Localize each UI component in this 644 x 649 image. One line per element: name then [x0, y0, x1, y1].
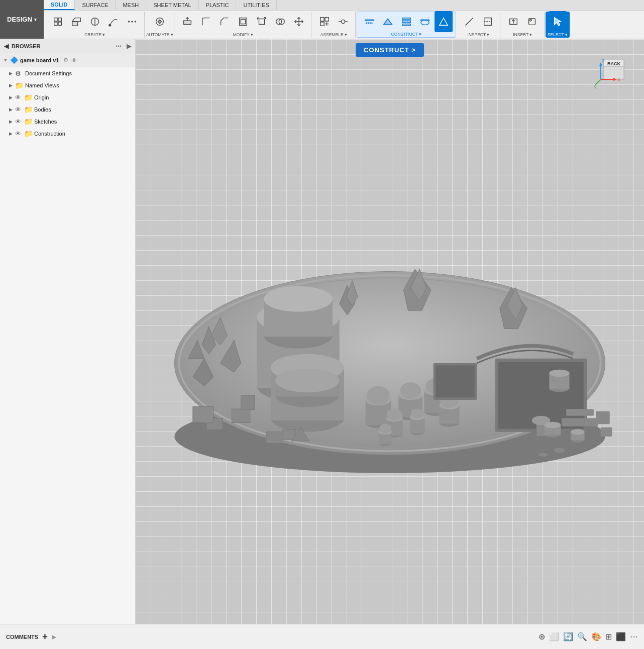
- automate-label: AUTOMATE ▾: [146, 32, 174, 37]
- assemble-label: ASSEMBLE ▾: [312, 32, 355, 37]
- more-create-button[interactable]: [123, 11, 141, 32]
- new-component-button[interactable]: [49, 11, 67, 32]
- press-pull-button[interactable]: [178, 11, 196, 32]
- extrude-button[interactable]: [67, 11, 85, 32]
- eye-icon[interactable]: 👁: [15, 106, 23, 113]
- svg-rect-122: [193, 407, 213, 423]
- browser-expand[interactable]: ▶: [127, 43, 131, 50]
- svg-point-44: [529, 19, 531, 21]
- svg-point-86: [367, 386, 390, 404]
- browser-item-origin[interactable]: ▶ 👁 📁 Origin: [0, 91, 135, 103]
- svg-point-132: [544, 422, 561, 428]
- svg-rect-2: [54, 22, 57, 25]
- grid-icon[interactable]: ⊞: [605, 632, 612, 641]
- browser-item-label: Construction: [34, 131, 133, 137]
- browser-item-named-views[interactable]: ▶ 📁 Named Views: [0, 79, 135, 91]
- browser-options[interactable]: ⋯: [116, 43, 122, 50]
- tab-sheet-metal[interactable]: SHEET METAL: [146, 0, 198, 10]
- arrow-icon: ▶: [9, 71, 14, 76]
- tab-plastic[interactable]: PLASTIC: [199, 0, 237, 10]
- svg-rect-16: [259, 19, 264, 25]
- tab-surface[interactable]: SURFACE: [75, 0, 116, 10]
- browser-item-construction[interactable]: ▶ 👁 📁 Construction: [0, 128, 135, 140]
- chamfer-button[interactable]: [216, 11, 234, 32]
- svg-rect-30: [402, 18, 411, 20]
- assemble-new-button[interactable]: [315, 11, 334, 32]
- decal-button[interactable]: [523, 11, 541, 32]
- offset-plane-button[interactable]: [360, 11, 378, 32]
- tab-mesh[interactable]: MESH: [116, 0, 146, 10]
- measure-button[interactable]: [460, 11, 478, 32]
- tab-row: SOLID SURFACE MESH SHEET METAL PLASTIC U…: [44, 0, 644, 11]
- orbit-icon[interactable]: 🔄: [563, 632, 573, 641]
- browser-item-label: Sketches: [34, 119, 133, 125]
- browser-item-sketches[interactable]: ▶ 👁 📁 Sketches: [0, 116, 135, 128]
- fillet-button[interactable]: [197, 11, 215, 32]
- construct-active-button[interactable]: [435, 11, 453, 32]
- svg-rect-21: [320, 22, 324, 26]
- shell-button[interactable]: [234, 11, 252, 32]
- design-button[interactable]: DESIGN ▾: [0, 0, 44, 39]
- svg-rect-3: [58, 22, 61, 25]
- svg-rect-28: [366, 23, 372, 24]
- create-group: CREATE ▾: [46, 12, 145, 38]
- svg-rect-20: [325, 18, 329, 21]
- tool-row: CREATE ▾ AUTOMATE ▾: [44, 11, 644, 39]
- toolbar: DESIGN ▾ SOLID SURFACE MESH SHEET METAL …: [0, 0, 644, 39]
- svg-marker-5: [72, 18, 81, 22]
- section-analysis-button[interactable]: [479, 11, 497, 32]
- revolve-button[interactable]: [86, 11, 104, 32]
- select-button[interactable]: [549, 11, 567, 32]
- tab-solid[interactable]: SOLID: [44, 0, 75, 10]
- insert-canvas-button[interactable]: [504, 11, 522, 32]
- browser-item-document-settings[interactable]: ▶ ⚙ Document Settings: [0, 67, 135, 79]
- modify-label: MODIFY ▾: [175, 32, 311, 37]
- joint-button[interactable]: [334, 11, 352, 32]
- combine-button[interactable]: [271, 11, 289, 32]
- browser-panel: ◀ BROWSER ⋯ ▶ ▼ 🔷 game board v1 ⚙ 👁 ▶ ⚙ …: [0, 39, 136, 624]
- viewport[interactable]: BACK Z X Y: [136, 39, 644, 624]
- doc-collapse-icon[interactable]: ▼: [3, 57, 8, 63]
- doc-settings-icon[interactable]: ⚙: [63, 57, 68, 63]
- automate-button[interactable]: [149, 11, 171, 32]
- view-cube-icon[interactable]: ⬛: [616, 632, 626, 641]
- design-label: DESIGN: [7, 16, 32, 23]
- zoom-icon[interactable]: 🔍: [577, 632, 587, 641]
- svg-rect-126: [562, 418, 598, 426]
- svg-point-9: [128, 21, 130, 23]
- construct-group: CONSTRUCT ▾: [357, 12, 456, 38]
- select-group: SELECT ▾: [546, 12, 570, 38]
- fit-icon[interactable]: ⬜: [549, 632, 559, 641]
- angle-plane-button[interactable]: [379, 11, 397, 32]
- doc-visible-icon[interactable]: 👁: [71, 57, 77, 63]
- browser-title: BROWSER: [12, 43, 40, 49]
- more-icon[interactable]: ⋯: [630, 632, 638, 641]
- visual-style-icon[interactable]: 🎨: [591, 632, 601, 641]
- svg-rect-127: [566, 409, 594, 416]
- tangent-plane-button[interactable]: [416, 11, 434, 32]
- eye-icon[interactable]: 👁: [15, 130, 23, 137]
- folder-icon: 📁: [24, 130, 33, 138]
- sweep-button[interactable]: [104, 11, 123, 32]
- game-board-svg: [161, 146, 619, 507]
- browser-item-label: Bodies: [34, 106, 133, 113]
- browser-collapse[interactable]: ◀: [4, 43, 9, 50]
- pan-icon[interactable]: ⊕: [539, 632, 545, 641]
- browser-item-bodies[interactable]: ▶ 👁 📁 Bodies: [0, 103, 135, 116]
- move-modify-button[interactable]: [290, 11, 308, 32]
- svg-line-37: [466, 24, 467, 26]
- arrow-icon: ▶: [9, 95, 14, 100]
- construct-label: CONSTRUCT ▾: [357, 32, 456, 37]
- svg-rect-19: [320, 18, 324, 21]
- scale-button[interactable]: [253, 11, 271, 32]
- tab-utilities[interactable]: UTILITIES: [236, 0, 276, 10]
- add-comment-button[interactable]: ✚: [42, 633, 48, 640]
- browser-item-label: Origin: [34, 94, 133, 100]
- expand-comments-button[interactable]: ▶: [52, 633, 56, 640]
- svg-point-137: [539, 453, 548, 457]
- midplane-button[interactable]: [397, 11, 415, 32]
- svg-point-135: [571, 429, 584, 435]
- eye-icon[interactable]: 👁: [15, 118, 23, 125]
- eye-icon[interactable]: 👁: [15, 94, 23, 101]
- svg-point-71: [275, 369, 340, 392]
